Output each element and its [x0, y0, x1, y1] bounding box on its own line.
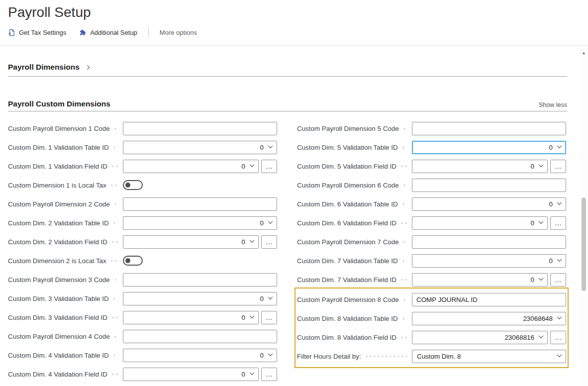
field-label-custom-dimension-1-is-local-tax: Custom Dimension 1 is Local Tax [8, 182, 106, 189]
action-label: Additional Setup [90, 29, 137, 36]
field-label-filter-hours-detail-by: Filter Hours Detail by: [297, 353, 361, 360]
vertical-scrollbar[interactable]: ▲ [580, 49, 588, 386]
assist-edit-button[interactable]: … [550, 273, 566, 287]
select-custom-dim-1-validation-table-id[interactable]: 0 [123, 141, 277, 154]
page-content: Payroll Dimensions Payroll Custom Dimens… [0, 49, 588, 386]
select-value: 0 [549, 257, 553, 265]
toggle-custom-dimension-1-is-local-tax[interactable] [123, 180, 143, 190]
select-value: 0 [549, 200, 553, 208]
assist-edit-button[interactable]: … [261, 368, 277, 381]
form-row: Custom Payroll Dimension 8 Code [297, 290, 566, 309]
assist-edit-button[interactable]: … [550, 216, 566, 230]
select-value: 23068816 [504, 334, 534, 341]
select-custom-dim-7-validation-field-id[interactable]: 0 [412, 273, 548, 287]
chevron-down-icon [557, 200, 562, 205]
select-custom-dim-7-validation-table-id[interactable]: 0 [412, 254, 566, 268]
chevron-down-icon [557, 143, 562, 148]
field-control [123, 197, 277, 211]
input-custom-payroll-dimension-6-code[interactable] [412, 179, 566, 192]
field-control: 0… [412, 273, 566, 287]
form-row: Custom Dimension 1 is Local Tax [8, 176, 277, 194]
form-row: Custom Dim. 2 Validation Table ID0 [8, 213, 277, 232]
field-control: 23068648 [412, 312, 566, 325]
input-custom-payroll-dimension-8-code[interactable] [412, 293, 566, 306]
field-label-custom-dim-8-validation-field-id: Custom Dim. 8 Validation Field ID [297, 334, 396, 341]
chevron-down-icon [539, 162, 544, 167]
toggle-custom-dimension-2-is-local-tax[interactable] [123, 256, 143, 266]
select-value: 0 [242, 238, 245, 246]
page-header: Payroll Setup [0, 0, 588, 21]
field-label-custom-dim-4-validation-field-id: Custom Dim. 4 Validation Field ID [8, 371, 107, 378]
dotted-leader [113, 128, 118, 129]
form-row: Custom Payroll Dimension 7 Code [297, 232, 566, 251]
input-custom-payroll-dimension-2-code[interactable] [123, 197, 277, 211]
field-control: 0… [123, 311, 277, 324]
field-control [123, 180, 277, 190]
field-label-custom-dim-1-validation-table-id: Custom Dim. 1 Validation Table ID [8, 144, 109, 151]
input-custom-payroll-dimension-3-code[interactable] [123, 273, 277, 287]
toggle-knob [125, 258, 130, 263]
field-label-custom-dim-7-validation-table-id: Custom Dim. 7 Validation Table ID [297, 257, 398, 265]
chevron-down-icon [557, 314, 562, 319]
toggle-knob [125, 183, 130, 188]
show-less-link[interactable]: Show less [539, 101, 567, 108]
select-custom-dim-5-validation-table-id[interactable]: 0 [412, 141, 566, 154]
additional-setup-button[interactable]: Additional Setup [79, 29, 137, 36]
assist-edit-button[interactable]: … [550, 160, 566, 173]
form-row: Custom Payroll Dimension 4 Code [8, 327, 277, 346]
section-payroll-dimensions[interactable]: Payroll Dimensions [8, 63, 567, 77]
select-custom-dim-5-validation-field-id[interactable]: 0 [412, 160, 548, 173]
select-custom-dim-3-validation-table-id[interactable]: 0 [123, 292, 277, 305]
dotted-leader [112, 355, 118, 356]
form-row: Custom Dim. 3 Validation Field ID0… [8, 308, 277, 327]
form-row: Custom Dim. 3 Validation Table ID0 [8, 289, 277, 308]
assist-edit-button[interactable]: … [261, 235, 277, 249]
assist-edit-button[interactable]: … [261, 160, 277, 173]
dotted-leader [112, 147, 118, 148]
field-label-custom-dimension-2-is-local-tax: Custom Dimension 2 is Local Tax [8, 257, 106, 265]
select-custom-dim-8-validation-field-id[interactable]: 23068816 [412, 331, 548, 344]
select-value: 0 [242, 163, 245, 170]
input-custom-payroll-dimension-4-code[interactable] [123, 330, 277, 343]
section-title[interactable]: Payroll Custom Dimensions [8, 99, 110, 108]
select-custom-dim-2-validation-field-id[interactable]: 0 [123, 235, 259, 249]
action-label: Get Tax Settings [19, 29, 66, 36]
chevron-down-icon [268, 143, 273, 148]
dotted-leader [112, 298, 118, 299]
assist-edit-button[interactable]: … [550, 331, 566, 344]
select-value: 0 [242, 314, 245, 321]
select-custom-dim-8-validation-table-id[interactable]: 23068648 [412, 312, 566, 325]
field-label-custom-dim-6-validation-field-id: Custom Dim. 6 Validation Field ID [297, 219, 396, 227]
input-custom-payroll-dimension-5-code[interactable] [412, 122, 566, 135]
select-value: 0 [531, 163, 534, 170]
select-custom-dim-2-validation-table-id[interactable]: 0 [123, 216, 277, 230]
input-custom-payroll-dimension-1-code[interactable] [123, 122, 277, 135]
field-control [123, 330, 277, 343]
select-custom-dim-3-validation-field-id[interactable]: 0 [123, 311, 259, 324]
select-filter-hours-detail-by[interactable]: Custom Dim. 8 [412, 350, 566, 363]
get-tax-settings-button[interactable]: Get Tax Settings [8, 29, 66, 36]
more-options-button[interactable]: More options [160, 29, 197, 36]
dotted-leader [112, 222, 118, 224]
select-custom-dim-4-validation-table-id[interactable]: 0 [123, 349, 277, 362]
select-custom-dim-1-validation-field-id[interactable]: 0 [123, 160, 259, 173]
dotted-leader [110, 185, 118, 186]
field-label-custom-dim-2-validation-field-id: Custom Dim. 2 Validation Field ID [8, 238, 107, 246]
chevron-right-icon [85, 65, 90, 70]
assist-edit-button[interactable]: … [261, 311, 277, 324]
field-label-custom-dim-2-validation-table-id: Custom Dim. 2 Validation Table ID [8, 219, 109, 227]
chevron-down-icon [268, 351, 273, 356]
field-label-custom-dim-4-validation-table-id: Custom Dim. 4 Validation Table ID [8, 352, 109, 359]
scroll-up-arrow-icon[interactable]: ▲ [580, 49, 588, 55]
chevron-down-icon [557, 257, 562, 262]
select-custom-dim-4-validation-field-id[interactable]: 0 [123, 368, 259, 381]
field-control: 0… [412, 160, 566, 173]
input-custom-payroll-dimension-7-code[interactable] [412, 235, 566, 249]
dotted-leader [111, 241, 118, 243]
field-control: 0 [123, 141, 277, 154]
field-control: 0… [123, 368, 277, 381]
select-custom-dim-6-validation-table-id[interactable]: 0 [412, 197, 566, 211]
scrollbar-thumb[interactable] [582, 197, 586, 291]
field-control: Custom Dim. 8 [412, 350, 566, 363]
select-custom-dim-6-validation-field-id[interactable]: 0 [412, 216, 548, 230]
